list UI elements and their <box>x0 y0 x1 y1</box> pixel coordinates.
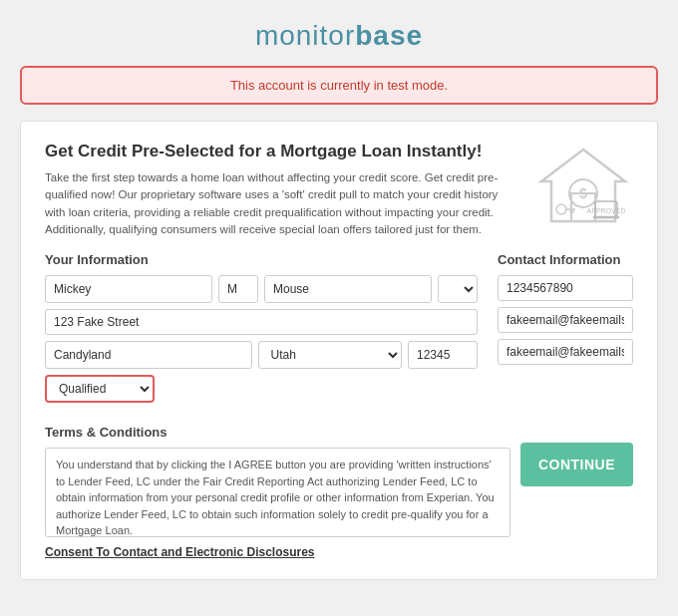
qualified-select[interactable]: Qualified Not Qualified Pending <box>45 375 155 403</box>
qualified-row: Qualified Not Qualified Pending <box>45 375 478 403</box>
card-header: Get Credit Pre-Selected for a Mortgage L… <box>45 142 633 238</box>
form-section: Your Information Jr Sr II III <box>45 252 633 413</box>
svg-point-7 <box>556 204 566 214</box>
continue-button[interactable]: CONTINUE <box>520 443 633 486</box>
state-select[interactable]: Utah Alabama Alaska Arizona <box>258 341 402 369</box>
contact-info-label: Contact Information <box>498 252 633 267</box>
card-title: Get Credit Pre-Selected for a Mortgage L… <box>45 142 513 161</box>
first-name-input[interactable] <box>45 275 212 303</box>
email-input[interactable] <box>498 307 633 333</box>
your-information: Your Information Jr Sr II III <box>45 252 478 413</box>
house-icon: $ APPROVED <box>533 142 633 235</box>
address-input[interactable] <box>45 309 478 335</box>
main-card: Get Credit Pre-Selected for a Mortgage L… <box>20 121 658 580</box>
page-wrapper: monitorbase This account is currently in… <box>0 0 678 616</box>
phone-row <box>498 275 633 301</box>
confirm-email-input[interactable] <box>498 339 633 365</box>
phone-input[interactable] <box>498 275 633 301</box>
card-header-text: Get Credit Pre-Selected for a Mortgage L… <box>45 142 533 238</box>
terms-section: Terms & Conditions You understand that b… <box>45 425 510 537</box>
header: monitorbase <box>20 20 658 52</box>
svg-text:APPROVED: APPROVED <box>587 207 626 214</box>
last-name-input[interactable] <box>264 275 432 303</box>
consent-link[interactable]: Consent To Contact and Electronic Disclo… <box>45 545 633 559</box>
contact-information: Contact Information <box>498 252 633 413</box>
terms-label: Terms & Conditions <box>45 425 510 440</box>
city-input[interactable] <box>45 341 252 369</box>
svg-text:$: $ <box>579 185 587 201</box>
terms-box[interactable]: You understand that by clicking the I AG… <box>45 448 510 537</box>
address-row <box>45 309 478 335</box>
app-logo: monitorbase <box>255 20 423 51</box>
terms-text: You understand that by clicking the I AG… <box>56 459 495 536</box>
continue-wrapper: CONTINUE <box>520 425 633 486</box>
your-info-label: Your Information <box>45 252 478 267</box>
middle-initial-input[interactable] <box>218 275 258 303</box>
test-mode-banner: This account is currently in test mode. <box>20 66 658 105</box>
email-row <box>498 307 633 333</box>
suffix-select[interactable]: Jr Sr II III <box>438 275 478 303</box>
card-description: Take the first step towards a home loan … <box>45 169 513 238</box>
zip-input[interactable] <box>408 341 478 369</box>
city-state-zip-row: Utah Alabama Alaska Arizona <box>45 341 478 369</box>
terms-continue-row: Terms & Conditions You understand that b… <box>45 425 633 537</box>
name-row: Jr Sr II III <box>45 275 478 303</box>
confirm-email-row <box>498 339 633 365</box>
